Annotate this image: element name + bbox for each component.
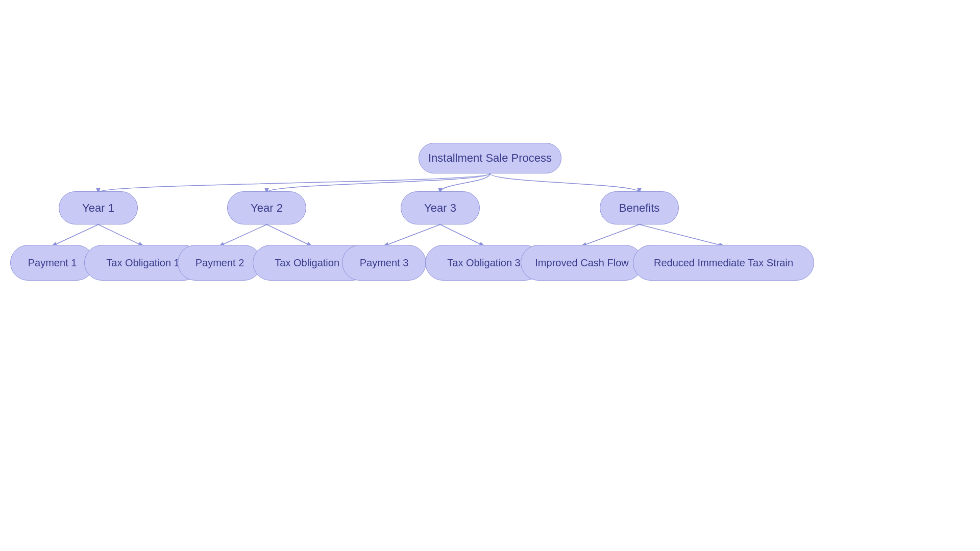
mid-node-year3: Year 3	[401, 191, 480, 224]
leaf-node-payment1: Payment 1	[10, 245, 94, 281]
mid-node-year2: Year 2	[227, 191, 306, 224]
mid-node-year1: Year 1	[59, 191, 138, 224]
leaf-node-cashflow: Improved Cash Flow	[521, 245, 643, 281]
leaf-node-taxstrain: Reduced Immediate Tax Strain	[633, 245, 814, 281]
leaf-node-payment3: Payment 3	[342, 245, 426, 281]
mid-node-benefits: Benefits	[600, 191, 679, 224]
root-node: Installment Sale Process	[419, 143, 561, 173]
leaf-node-payment2: Payment 2	[178, 245, 262, 281]
diagram-container: Installment Sale ProcessYear 1Year 2Year…	[0, 0, 980, 551]
